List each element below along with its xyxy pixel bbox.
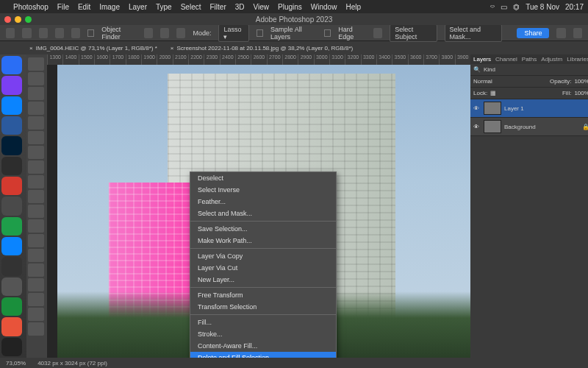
menu-edit[interactable]: Edit (78, 3, 90, 11)
layer-thumbnail[interactable] (484, 120, 501, 133)
blend-mode-select[interactable]: Normal (473, 78, 492, 85)
menu-layer[interactable]: Layer (129, 3, 147, 11)
overlay-icon[interactable] (160, 28, 169, 38)
dock-app-photoshop[interactable] (1, 136, 22, 155)
menu-file[interactable]: File (57, 3, 69, 11)
feedback-icon[interactable] (373, 28, 382, 38)
layer-row[interactable]: 👁 Background 🔒 (470, 118, 588, 136)
hard-edge-checkbox[interactable] (324, 29, 331, 37)
dock-app[interactable] (1, 116, 22, 135)
context-menu-item[interactable]: Free Transform (190, 289, 336, 301)
visibility-icon[interactable]: 👁 (473, 124, 481, 130)
dock-app[interactable] (1, 217, 22, 236)
lock-pixels-icon[interactable]: ▦ (490, 90, 496, 96)
context-menu-item[interactable]: Delete and Fill Selection (190, 352, 336, 358)
dock-app-finder[interactable] (1, 56, 22, 74)
tab-document-1[interactable]: × IMG_0004.HEIC @ 73,1% (Layer 1, RGB/8*… (29, 45, 157, 52)
dock-app-lightroom[interactable] (1, 157, 22, 175)
context-menu-item[interactable]: Stroke... (190, 328, 336, 340)
dock-app[interactable] (1, 297, 22, 316)
panel-tab-libraries[interactable]: Libraries (567, 56, 588, 63)
context-menu-item[interactable]: Select Inverse (190, 184, 336, 196)
pen-tool-icon[interactable] (28, 278, 44, 291)
zoom-level[interactable]: 73,05% (6, 360, 26, 367)
wifi-icon[interactable]: ⌔ (490, 3, 495, 11)
search-icon[interactable] (556, 28, 565, 38)
menu-photoshop[interactable]: Photoshop (13, 3, 49, 11)
menu-filter[interactable]: Filter (209, 3, 226, 11)
fill-value[interactable]: 100% (574, 90, 588, 96)
close-tab-icon[interactable]: × (171, 45, 174, 52)
menu-select[interactable]: Select (181, 3, 201, 11)
dock-app[interactable] (1, 237, 22, 255)
battery-icon[interactable]: ▭ (501, 3, 507, 11)
layer-row[interactable]: 👁 Layer 1 (470, 99, 588, 118)
menu-image[interactable]: Image (99, 3, 120, 11)
context-menu-item[interactable]: Content-Aware Fill... (190, 340, 336, 352)
select-and-mask-button[interactable]: Select and Mask... (445, 24, 503, 42)
context-menu-item[interactable]: Layer Via Cut (190, 262, 336, 274)
menu-window[interactable]: Window (311, 3, 337, 11)
eyedropper-tool-icon[interactable] (28, 146, 44, 159)
context-menu-item[interactable]: Transform Selection (190, 301, 336, 313)
frame-tool-icon[interactable] (28, 131, 44, 144)
panel-tab-paths[interactable]: Paths (522, 56, 537, 63)
sample-all-checkbox[interactable] (257, 29, 263, 37)
minimize-window-button[interactable] (15, 16, 21, 23)
menu-view[interactable]: View (254, 3, 270, 11)
panel-tab-layers[interactable]: Layers (473, 56, 491, 63)
lasso-tool-icon[interactable] (28, 87, 44, 100)
selection-mode-subtract-icon[interactable] (71, 28, 80, 38)
close-window-button[interactable] (4, 16, 11, 23)
maximize-window-button[interactable] (25, 16, 32, 23)
panel-tab-channels[interactable]: Channel (495, 56, 517, 63)
move-tool-icon[interactable] (28, 57, 44, 71)
marquee-tool-icon[interactable] (28, 72, 44, 85)
share-button[interactable]: Share (517, 28, 549, 38)
dock-app[interactable] (1, 76, 22, 94)
crop-tool-icon[interactable] (28, 116, 44, 130)
select-subject-button[interactable]: Select Subject (390, 24, 437, 42)
blur-tool-icon[interactable] (28, 249, 44, 262)
kind-filter[interactable]: Kind (484, 66, 495, 73)
dock-app[interactable] (1, 277, 22, 296)
dodge-tool-icon[interactable] (28, 263, 44, 277)
home-icon[interactable] (6, 28, 15, 38)
dock-app[interactable] (1, 96, 22, 115)
tool-preset-icon[interactable] (22, 28, 31, 38)
layer-name[interactable]: Layer 1 (504, 105, 524, 112)
context-menu-item[interactable]: New Layer... (190, 274, 336, 286)
object-finder-checkbox[interactable] (87, 29, 94, 37)
context-menu-item[interactable]: Select and Mask... (190, 208, 336, 219)
menubar-time[interactable]: 20:17 (565, 3, 584, 11)
gradient-tool-icon[interactable] (28, 234, 44, 247)
shape-tool-icon[interactable] (28, 322, 44, 336)
mode-select[interactable]: Lasso ▾ (218, 24, 249, 42)
history-brush-tool-icon[interactable] (28, 205, 44, 218)
refresh-icon[interactable] (144, 28, 153, 38)
selection-mode-new-icon[interactable] (39, 28, 48, 38)
visibility-icon[interactable]: 👁 (473, 105, 481, 112)
context-menu-item[interactable]: Feather... (190, 196, 336, 208)
stamp-tool-icon[interactable] (28, 190, 44, 203)
tab-document-2[interactable]: × Screenshot 2022-11-08 at 20.11.58.jpg … (171, 45, 354, 52)
selection-mode-add-icon[interactable] (55, 28, 64, 38)
layer-thumbnail[interactable] (484, 102, 501, 115)
dock-app[interactable] (1, 177, 22, 195)
type-tool-icon[interactable] (28, 293, 44, 306)
dock-app[interactable] (1, 197, 22, 215)
gear-icon[interactable] (176, 28, 185, 38)
dock-app[interactable] (1, 317, 22, 336)
dock-app[interactable] (1, 257, 22, 275)
context-menu-item[interactable]: Save Selection... (190, 223, 336, 235)
panel-tab-adjust[interactable]: Adjustm (541, 56, 562, 63)
opacity-value[interactable]: 100% (574, 78, 588, 85)
eraser-tool-icon[interactable] (28, 219, 44, 233)
dock-app[interactable] (1, 338, 22, 356)
close-tab-icon[interactable]: × (29, 45, 33, 52)
canvas[interactable]: DeselectSelect InverseFeather...Select a… (57, 65, 470, 358)
context-menu-item[interactable]: Deselect (190, 172, 336, 184)
context-menu-item[interactable]: Make Work Path... (190, 235, 336, 247)
menu-help[interactable]: Help (345, 3, 361, 11)
menubar-date[interactable]: Tue 8 Nov (526, 3, 559, 11)
